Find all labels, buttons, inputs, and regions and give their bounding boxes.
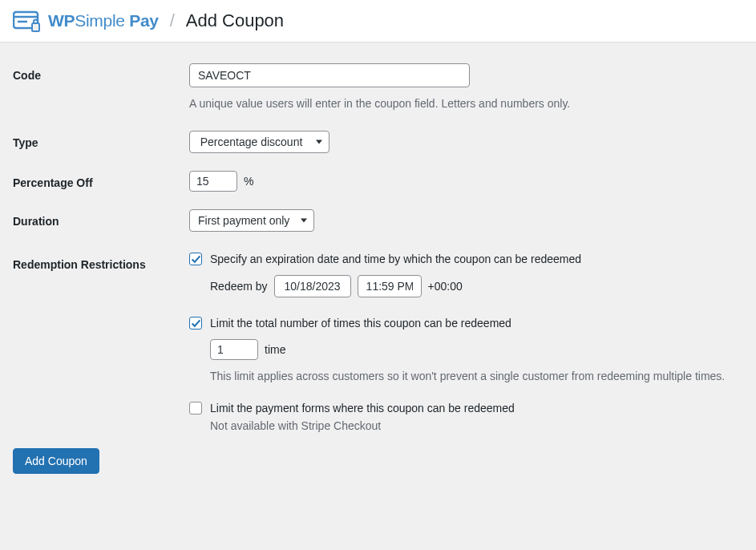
limit-total-help: This limit applies across customers so i… (210, 370, 743, 382)
svg-rect-3 (32, 23, 39, 31)
duration-select[interactable]: First payment only (189, 209, 314, 232)
label-type: Type (13, 131, 189, 149)
redeem-date-input[interactable] (274, 275, 351, 297)
expiration-checkbox[interactable] (189, 253, 202, 265)
limit-forms-label: Limit the payment forms where this coupo… (210, 402, 515, 415)
redeem-time-input[interactable] (358, 275, 422, 297)
code-help: A unique value users will enter in the c… (189, 97, 743, 110)
brand-name: WPSimple Pay (48, 11, 159, 30)
row-duration: Duration First payment only (13, 209, 743, 232)
timezone-text: +00:00 (428, 280, 463, 293)
limit-forms-note: Not available with Stripe Checkout (210, 419, 743, 432)
type-select[interactable]: Percentage discount (189, 131, 329, 153)
limit-total-checkbox[interactable] (189, 317, 202, 330)
redeem-by-label: Redeem by (210, 280, 268, 293)
limit-total-label: Limit the total number of times this cou… (210, 317, 511, 330)
row-code: Code A unique value users will enter in … (13, 63, 743, 110)
restriction-limit-total: Limit the total number of times this cou… (189, 317, 743, 382)
row-percentage: Percentage Off % (13, 171, 743, 192)
restriction-limit-forms: Limit the payment forms where this coupo… (189, 402, 743, 432)
label-percentage: Percentage Off (13, 171, 189, 189)
page-header: WPSimple Pay / Add Coupon (0, 0, 756, 42)
breadcrumb-divider: / (170, 10, 175, 31)
limit-total-input[interactable] (210, 339, 258, 360)
row-restrictions: Redemption Restrictions Specify an expir… (13, 253, 743, 432)
label-code: Code (13, 63, 189, 82)
label-restrictions: Redemption Restrictions (13, 253, 189, 271)
page-title: Add Coupon (186, 10, 284, 31)
row-type: Type Percentage discount (13, 131, 743, 153)
form-content: Code A unique value users will enter in … (0, 42, 756, 490)
expiration-label: Specify an expiration date and time by w… (210, 253, 581, 265)
restriction-expiration: Specify an expiration date and time by w… (189, 253, 743, 297)
limit-forms-checkbox[interactable] (189, 402, 202, 415)
code-input[interactable] (189, 63, 470, 87)
add-coupon-button[interactable]: Add Coupon (13, 448, 99, 474)
limit-total-suffix: time (265, 343, 285, 356)
percentage-suffix: % (244, 175, 253, 188)
brand-logo: WPSimple Pay (13, 10, 159, 32)
percentage-input[interactable] (189, 171, 237, 192)
label-duration: Duration (13, 209, 189, 228)
brand-icon (13, 10, 42, 32)
